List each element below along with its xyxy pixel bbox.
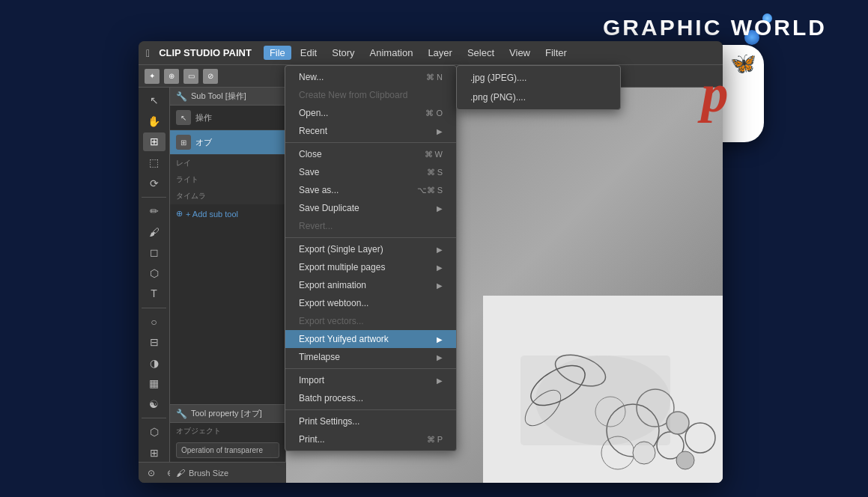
sub-tool-label-2: オブ [195,137,279,148]
tool-property-header-label: Tool property [オブ] [191,408,262,419]
tool-property-label: オブジェクト [170,423,285,439]
menu-item-export-vectors-label: Export vectors... [299,316,364,326]
svg-point-14 [535,356,670,445]
toolbar-rect-icon[interactable]: ▭ [183,69,198,84]
menu-item-batch-process[interactable]: Batch process... [285,389,456,407]
sub-tool-label-1: 操作 [195,112,279,124]
tool-lasso[interactable]: ⟳ [143,174,166,192]
tool-property-header: 🔧 Tool property [オブ] [170,404,285,423]
tool-extra1[interactable]: ⬡ [143,423,166,442]
sidebar-divider-3 [142,418,166,418]
menu-item-export-webtoon[interactable]: Export webtoon... [285,294,456,312]
add-sub-tool-button[interactable]: ⊕ + Add sub tool [170,204,285,223]
menu-item-export-yuifyed[interactable]: Export Yuifyed artwork ▶ [285,330,456,348]
menu-animation[interactable]: Animation [364,46,419,60]
tool-gradient[interactable]: ▦ [143,374,166,393]
menu-filter[interactable]: Filter [539,46,573,60]
section-label-1: レイ [170,155,285,171]
butterfly-icon: 🦋 [730,51,756,76]
brush-size-bar: 🖌 Brush Size [170,462,286,483]
export-single-arrow: ▶ [437,246,443,254]
menu-item-recent[interactable]: Recent ▶ [285,122,456,140]
export-jpg-label: .jpg (JPEG).... [470,73,526,83]
menu-item-close[interactable]: Close ⌘ W [285,145,456,163]
sub-tool-icon-1: ↖ [176,110,191,125]
menu-item-new[interactable]: New... ⌘ N [285,68,456,86]
menu-item-recent-label: Recent [299,126,327,136]
menu-layer[interactable]: Layer [422,46,458,60]
tool-extra2[interactable]: ⊞ [143,444,166,463]
menu-item-export-yuifyed-label: Export Yuifyed artwork [299,334,389,344]
menu-item-revert-label: Revert... [299,221,333,231]
menu-item-export-vectors: Export vectors... [285,312,456,330]
separator-1 [285,142,456,143]
app-name: CLIP STUDIO PAINT [159,47,252,58]
app-window:  CLIP STUDIO PAINT File Edit Story Anim… [139,41,723,483]
sidebar-divider-2 [142,308,166,308]
export-jpg-item[interactable]: .jpg (JPEG).... [457,68,620,88]
tool-hand[interactable]: ✋ [143,112,166,131]
separator-4 [285,409,456,410]
svg-point-9 [676,451,694,469]
tool-eraser[interactable]: ◻ [143,243,166,262]
apple-icon:  [146,47,150,59]
menu-item-print-shortcut: ⌘ P [427,435,443,445]
menu-view[interactable]: View [503,46,536,60]
menu-item-save-label: Save [299,167,319,177]
toolbar-cursor-icon[interactable]: ⊕ [164,69,179,84]
menu-item-timelapse[interactable]: Timelapse ▶ [285,348,456,366]
menu-item-open-shortcut: ⌘ O [425,109,443,118]
menu-item-print[interactable]: Print... ⌘ P [285,430,456,448]
section-label-3: タイムラ [170,188,285,204]
tool-zoom[interactable]: ⊞ [143,132,166,151]
menu-item-export-multiple[interactable]: Export multiple pages ▶ [285,258,456,276]
operation-label: Operation of transparere [181,446,263,454]
tool-select-rect[interactable]: ⬚ [143,153,166,172]
tool-cursor[interactable]: ↖ [143,91,166,110]
menu-item-save[interactable]: Save ⌘ S [285,163,456,181]
tool-layer[interactable]: ⊟ [143,333,166,352]
menu-story[interactable]: Story [326,46,360,60]
bottom-circle-icon[interactable]: ⊙ [145,466,158,480]
operation-control[interactable]: Operation of transparere [176,442,279,458]
export-multiple-arrow: ▶ [437,263,443,272]
tool-pen[interactable]: ✏ [143,202,166,221]
menu-item-import[interactable]: Import ▶ [285,371,456,389]
menu-item-close-shortcut: ⌘ W [425,150,443,159]
sub-tool-panel: 🔧 Sub Tool [操作] ↖ 操作 ⊞ オブ レイ ライト タイムラ ⊕ … [170,88,286,483]
menu-item-print-settings[interactable]: Print Settings... [285,412,456,430]
menu-select[interactable]: Select [461,46,500,60]
menu-item-print-settings-label: Print Settings... [299,416,359,427]
tool-text[interactable]: T [143,284,166,303]
export-png-item[interactable]: .png (PNG).... [457,88,620,107]
brush-size-label: Brush Size [189,469,228,478]
sub-tool-icon-2: ⊞ [176,135,191,150]
menu-item-save-as[interactable]: Save as... ⌥⌘ S [285,181,456,199]
tool-shape[interactable]: ○ [143,312,166,331]
sub-tool-header: 🔧 Sub Tool [操作] [170,88,285,106]
toolbar-sun-icon[interactable]: ✦ [145,69,160,84]
separator-2 [285,237,456,238]
tool-color[interactable]: ◑ [143,354,166,373]
toolbar-line-icon[interactable]: ⊘ [203,69,218,84]
menu-item-export-animation-label: Export animation [299,280,366,290]
tool-fill[interactable]: ⬡ [143,263,166,282]
menu-item-open[interactable]: Open... ⌘ O [285,104,456,122]
menu-item-export-single[interactable]: Export (Single Layer) ▶ [285,240,456,258]
export-yuifyed-submenu: .jpg (JPEG).... .png (PNG).... [456,65,621,110]
menu-edit[interactable]: Edit [294,46,323,60]
menu-item-import-label: Import [299,375,324,385]
sub-tool-item-2[interactable]: ⊞ オブ [170,130,285,155]
left-sidebar: ↖ ✋ ⊞ ⬚ ⟳ ✏ 🖌 ◻ ⬡ T ○ ⊟ ◑ ▦ ☯ ⬡ ⊞ ▤ [139,88,170,483]
menu-item-save-duplicate[interactable]: Save Duplicate ▶ [285,199,456,217]
menu-item-export-animation[interactable]: Export animation ▶ [285,276,456,294]
export-yuifyed-arrow: ▶ [437,335,443,344]
menu-file[interactable]: File [264,46,291,60]
sub-tool-item-1[interactable]: ↖ 操作 [170,106,285,130]
menu-item-export-multiple-label: Export multiple pages [299,262,385,272]
sub-tool-header-label: Sub Tool [操作] [191,91,246,102]
file-dropdown-menu: New... ⌘ N Create New from Clipboard Ope… [285,65,457,451]
menu-item-open-label: Open... [299,108,328,118]
tool-mix[interactable]: ☯ [143,395,166,414]
tool-brush[interactable]: 🖌 [143,222,166,241]
